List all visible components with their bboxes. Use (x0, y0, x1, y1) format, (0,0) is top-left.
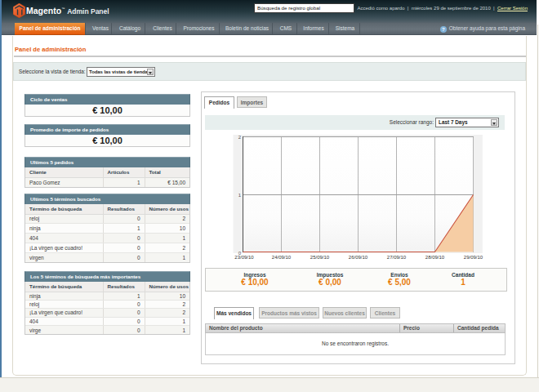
svg-text:23/09/10: 23/09/10 (234, 255, 254, 260)
svg-text:28/09/10: 28/09/10 (425, 255, 445, 260)
svg-text:24/09/10: 24/09/10 (272, 255, 292, 260)
svg-text:27/09/10: 27/09/10 (387, 255, 407, 260)
svg-text:26/09/10: 26/09/10 (349, 255, 368, 260)
svg-text:25/09/10: 25/09/10 (310, 255, 330, 260)
svg-text:29/09/10: 29/09/10 (464, 255, 483, 260)
